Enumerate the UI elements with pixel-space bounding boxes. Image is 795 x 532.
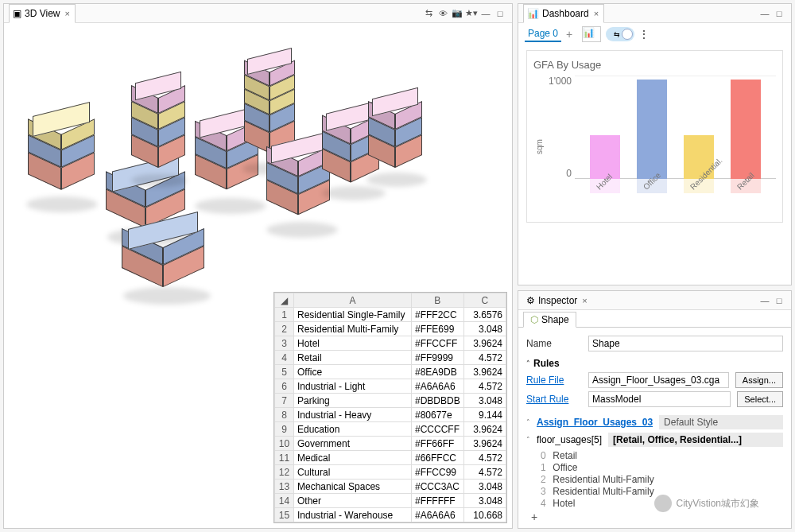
assign-button[interactable]: Assign... [735, 372, 783, 388]
minimize-icon[interactable]: — [758, 293, 772, 308]
inspector-tab[interactable]: ⚙ Inspector × [523, 291, 592, 310]
list-item[interactable]: 2 Residential Multi-Family [541, 474, 783, 485]
add-page-icon[interactable]: + [566, 28, 572, 41]
3d-view-tab[interactable]: ▣ 3D View × [9, 4, 76, 23]
dashboard-page-tab[interactable]: Page 0 [525, 26, 561, 42]
chevron-up-icon: ˄ [526, 418, 530, 426]
inspector-body: Name ˄ Rules Rule File Assign... Start R… [518, 328, 791, 528]
table-row[interactable]: 14Other#FFFFFF3.048 [275, 494, 506, 508]
camera-icon[interactable]: 📷 [450, 6, 464, 21]
3d-view-title: 3D View [25, 8, 60, 19]
col-header-b[interactable]: B [412, 293, 464, 308]
inspector-panel: ⚙ Inspector × — □ ⬡ Shape Name ˄ Rules [518, 290, 792, 529]
3d-view-panel: ▣ 3D View × ⇆ 👁 📷 ★▾ — □ [3, 3, 513, 529]
table-row[interactable]: 15Industrial - Warehouse#A6A6A610.668 [275, 508, 506, 522]
dashboard-panel: 📊 Dashboard × — □ Page 0 + 📊 ⇆ ⋮ GFA By … [518, 3, 792, 285]
rules-section[interactable]: ˄ Rules [526, 358, 783, 369]
table-row[interactable]: 6Industrial - Light#A6A6A64.572 [275, 379, 506, 394]
minimize-icon[interactable]: — [758, 6, 772, 21]
table-row[interactable]: 13Mechanical Spaces#CCC3AC3.048 [275, 480, 506, 494]
minimize-icon[interactable]: — [479, 6, 493, 21]
chart-card[interactable]: GFA By Usage sqm 1'000 0 HotelOfficeResi… [526, 50, 783, 223]
chart-ylabel: sqm [533, 76, 545, 219]
col-header-c[interactable]: C [463, 293, 506, 308]
dashboard-tab[interactable]: 📊 Dashboard × [523, 4, 604, 23]
table-row[interactable]: 1Residential Single-Family#FFF2CC3.6576 [275, 308, 506, 322]
star-icon[interactable]: ★▾ [464, 6, 479, 21]
rule-file-input[interactable] [588, 372, 729, 388]
dashboard-title: Dashboard [542, 8, 589, 19]
floor-usages-summary[interactable]: [Retail, Office, Residential...] [608, 433, 783, 447]
table-row[interactable]: 12Cultural#FFCC994.572 [275, 465, 506, 480]
list-item[interactable]: 4 Hotel [541, 498, 783, 509]
link-toggle[interactable]: ⇆ [606, 27, 634, 41]
list-item[interactable]: 0 Retail [541, 450, 783, 461]
corner-cell[interactable]: ◢ [275, 293, 294, 308]
eye-icon[interactable]: 👁 [436, 6, 450, 21]
default-style-label[interactable]: Default Style [659, 415, 783, 429]
shape-tab[interactable]: ⬡ Shape [523, 312, 576, 328]
table-row[interactable]: 3Hotel#FFCCFF3.9624 [275, 336, 506, 351]
maximize-icon[interactable]: □ [772, 293, 786, 308]
chart-title: GFA By Usage [533, 59, 776, 71]
inspector-tabs: ⬡ Shape [518, 310, 791, 328]
3d-viewport[interactable]: ◢ A B C 1Residential Single-Family#FFF2C… [4, 23, 512, 528]
link-icon: ⇆ [614, 30, 620, 38]
shape-icon: ⬡ [530, 314, 538, 325]
start-rule-label[interactable]: Start Rule [526, 394, 582, 405]
table-row[interactable]: 2Residential Multi-Family#FFE6993.048 [275, 322, 506, 336]
col-header-a[interactable]: A [294, 293, 412, 308]
close-icon[interactable]: × [63, 9, 71, 18]
more-icon[interactable]: ⋮ [639, 29, 649, 40]
rule-file-label[interactable]: Rule File [526, 375, 582, 386]
dashboard-subheader: Page 0 + 📊 ⇆ ⋮ [518, 23, 791, 45]
inspector-title: Inspector [538, 295, 577, 306]
add-item-icon[interactable]: + [531, 511, 783, 523]
table-row[interactable]: 9Education#CCCCFF3.9624 [275, 422, 506, 437]
list-item[interactable]: 3 Residential Multi-Family [541, 486, 783, 497]
table-row[interactable]: 10Government#FF66FF3.9624 [275, 437, 506, 451]
dashboard-header: 📊 Dashboard × — □ [518, 4, 791, 23]
3d-view-header: ▣ 3D View × ⇆ 👁 📷 ★▾ — □ [4, 4, 512, 23]
table-row[interactable]: 8Industrial - Heavy#80677e9.144 [275, 408, 506, 422]
close-icon[interactable]: × [592, 9, 600, 18]
floor-usages-label[interactable]: floor_usages[5] [537, 434, 602, 445]
toggle-knob [622, 29, 633, 40]
floor-usages-list: 0 Retail1 Office2 Residential Multi-Fami… [541, 450, 783, 509]
maximize-icon[interactable]: □ [493, 6, 507, 21]
chart-plot: HotelOfficeResidential.Retail [575, 76, 776, 219]
name-label: Name [526, 338, 582, 349]
chart-icon: 📊 [527, 8, 539, 19]
cube-icon: ▣ [13, 8, 21, 19]
maximize-icon[interactable]: □ [772, 6, 786, 21]
table-row[interactable]: 7Parking#DBDBDB3.048 [275, 394, 506, 408]
add-chart-icon[interactable]: 📊 [582, 26, 601, 42]
table-row[interactable]: 5Office#8EA9DB3.9624 [275, 365, 506, 379]
spreadsheet-table[interactable]: ◢ A B C 1Residential Single-Family#FFF2C… [273, 292, 507, 523]
chart-yticks: 1'000 0 [545, 76, 575, 179]
sliders-icon: ⚙ [526, 295, 535, 306]
share-icon[interactable]: ⇆ [421, 6, 436, 21]
list-item[interactable]: 1 Office [541, 462, 783, 473]
chevron-up-icon: ˄ [526, 359, 530, 367]
close-icon[interactable]: × [580, 296, 588, 305]
rule-link[interactable]: Assign_Floor_Usages_03 [537, 417, 653, 428]
start-rule-input[interactable] [588, 391, 731, 407]
chevron-up-icon: ˄ [526, 436, 530, 444]
select-button[interactable]: Select... [737, 391, 783, 407]
table-row[interactable]: 11Medical#66FFCC4.572 [275, 451, 506, 465]
inspector-header: ⚙ Inspector × — □ [518, 291, 791, 310]
table-row[interactable]: 4Retail#FF99994.572 [275, 351, 506, 365]
name-input[interactable] [588, 336, 783, 351]
